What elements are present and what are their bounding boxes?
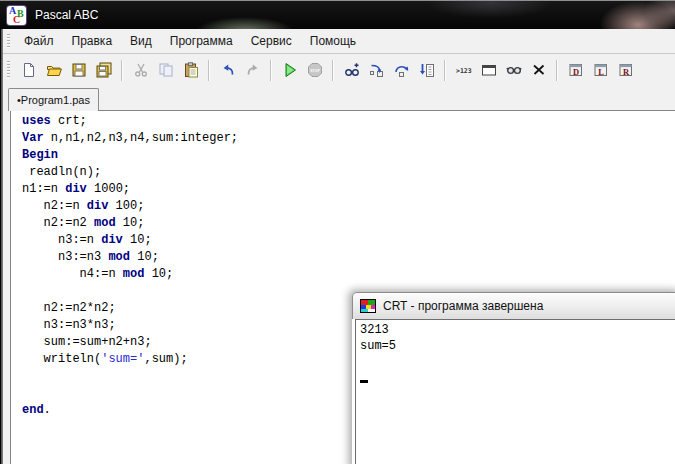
code-line: Begin xyxy=(22,147,675,164)
panel-r-icon: R xyxy=(618,62,634,78)
console-cursor xyxy=(360,380,368,383)
code-line: Var n,n1,n2,n3,n4,sum:integer; xyxy=(22,130,675,147)
console-line xyxy=(360,354,675,370)
crt-titlebar[interactable]: CRT - программа завершена xyxy=(352,292,675,319)
close-x-button[interactable] xyxy=(526,57,551,83)
console-line: 3213 xyxy=(360,322,675,338)
console-line: sum=5 xyxy=(360,338,675,354)
add-watch-button[interactable] xyxy=(339,57,364,83)
output-window-button[interactable] xyxy=(476,57,501,83)
svg-text:STOP: STOP xyxy=(310,69,320,73)
close-x-icon xyxy=(531,62,547,78)
window-title: Pascal ABC xyxy=(35,8,98,22)
menu-item-file[interactable]: Файл xyxy=(15,31,63,51)
pascal-abc-window: ABC Pascal ABC ФайлПравкаВидПрограммаСер… xyxy=(0,0,675,464)
toolbar-separator xyxy=(332,60,334,81)
show-123-button[interactable]: >123 xyxy=(451,57,476,83)
step-into-icon xyxy=(369,62,385,78)
console-output[interactable]: 3213sum=5 xyxy=(355,319,675,464)
code-line: n2:=n2 mod 10; xyxy=(22,215,675,232)
menubar: ФайлПравкаВидПрограммаСервисПомощь xyxy=(3,29,675,53)
toolbar-separator xyxy=(556,60,558,81)
add-watch-icon xyxy=(344,62,360,78)
undo-button[interactable] xyxy=(215,57,240,83)
watch-window-icon xyxy=(506,62,522,78)
crt-window: CRT - программа завершена 3213sum=5 xyxy=(352,292,675,464)
panel-d-button[interactable]: D xyxy=(563,57,588,83)
pascal-abc-app-icon: ABC xyxy=(7,6,26,25)
toolbar-separator xyxy=(270,60,272,81)
svg-text:L: L xyxy=(598,67,604,77)
undo-icon xyxy=(220,62,236,78)
menubar-grip[interactable] xyxy=(7,34,10,49)
svg-text:R: R xyxy=(622,67,629,77)
toolbar-buttons: STOP>123DLR xyxy=(16,57,638,83)
show-123-icon: >123 xyxy=(456,62,472,78)
copy-icon xyxy=(158,62,174,78)
run-icon xyxy=(282,62,298,78)
stop-button: STOP xyxy=(302,57,327,83)
code-line: readln(n); xyxy=(22,164,675,181)
svg-text:>123: >123 xyxy=(456,67,472,75)
menu-item-edit[interactable]: Правка xyxy=(63,31,122,51)
menu-item-view[interactable]: Вид xyxy=(121,31,161,51)
save-all-button[interactable] xyxy=(91,57,116,83)
step-over-button[interactable] xyxy=(389,57,414,83)
menu-item-help[interactable]: Помощь xyxy=(301,31,365,51)
app-icon-letter: C xyxy=(13,15,20,25)
save-file-icon xyxy=(71,62,87,78)
crt-window-title: CRT - программа завершена xyxy=(383,299,543,313)
open-file-icon xyxy=(46,62,62,78)
toolbar-separator xyxy=(208,60,210,81)
run-button[interactable] xyxy=(277,57,302,83)
watch-window-button[interactable] xyxy=(501,57,526,83)
window-titlebar[interactable]: ABC Pascal ABC xyxy=(0,0,675,29)
output-window-icon xyxy=(481,62,497,78)
panel-l-button[interactable]: L xyxy=(588,57,613,83)
code-line: n3:=n3 mod 10; xyxy=(22,249,675,266)
save-file-button[interactable] xyxy=(66,57,91,83)
panel-r-button[interactable]: R xyxy=(613,57,638,83)
toolbar-grip[interactable] xyxy=(7,61,10,79)
code-line: n2:=n div 100; xyxy=(22,198,675,215)
tabbar: •Program1.pas xyxy=(3,86,675,110)
redo-icon xyxy=(245,62,261,78)
cut-button xyxy=(128,57,153,83)
editor-left-margin xyxy=(3,110,10,464)
save-all-icon xyxy=(96,62,112,78)
open-file-button[interactable] xyxy=(41,57,66,83)
toolbar-separator xyxy=(121,60,123,81)
menubar-items: ФайлПравкаВидПрограммаСервисПомощь xyxy=(15,31,365,51)
new-file-icon xyxy=(21,62,37,78)
tab-program1[interactable]: •Program1.pas xyxy=(8,88,99,111)
code-line: n3:=n div 10; xyxy=(22,232,675,249)
redo-button xyxy=(240,57,265,83)
menu-item-program[interactable]: Программа xyxy=(161,31,242,51)
step-over-icon xyxy=(394,62,410,78)
paste-icon xyxy=(183,62,199,78)
paste-button[interactable] xyxy=(178,57,203,83)
menu-item-service[interactable]: Сервис xyxy=(242,31,301,51)
new-file-button[interactable] xyxy=(16,57,41,83)
code-line: uses crt; xyxy=(22,113,675,130)
toolbar-separator xyxy=(444,60,446,81)
panel-d-icon: D xyxy=(568,62,584,78)
toolbar: STOP>123DLR xyxy=(3,53,675,86)
code-line: n1:=n div 1000; xyxy=(22,181,675,198)
run-to-cursor-button[interactable] xyxy=(414,57,439,83)
copy-button xyxy=(153,57,178,83)
step-into-button[interactable] xyxy=(364,57,389,83)
svg-text:D: D xyxy=(572,67,578,77)
cut-icon xyxy=(133,62,149,78)
panel-l-icon: L xyxy=(593,62,609,78)
run-to-cursor-icon xyxy=(419,62,435,78)
crt-window-icon xyxy=(360,298,376,314)
stop-icon: STOP xyxy=(307,62,323,78)
code-line: n4:=n mod 10; xyxy=(22,266,675,283)
